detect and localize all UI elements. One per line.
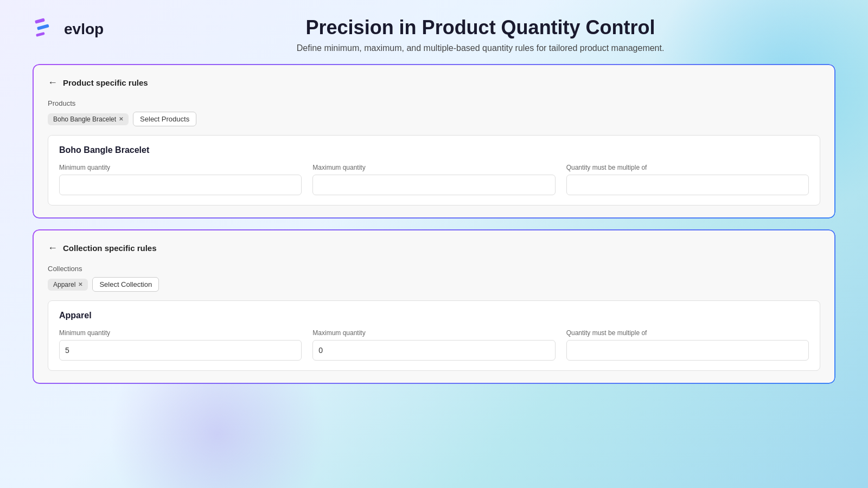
- cards-container: ← Product specific rules Products Boho B…: [33, 64, 835, 384]
- product-min-field-group: Minimum quantity: [59, 164, 302, 195]
- collection-tags-row: Apparel ✕ Select Collection: [48, 277, 820, 292]
- collection-multiple-field-group: Quantity must be multiple of: [566, 329, 809, 361]
- product-back-arrow[interactable]: ←: [48, 77, 58, 88]
- product-card-title: Product specific rules: [63, 78, 148, 87]
- product-min-input[interactable]: [59, 175, 302, 195]
- collection-section-label: Collections: [48, 265, 820, 273]
- product-multiple-field-group: Quantity must be multiple of: [566, 164, 809, 195]
- collection-min-input[interactable]: [59, 340, 302, 361]
- product-quantity-fields: Minimum quantity Maximum quantity Quanti…: [59, 164, 809, 195]
- select-collection-button[interactable]: Select Collection: [92, 277, 159, 292]
- product-detail-name: Boho Bangle Bracelet: [59, 145, 809, 155]
- product-multiple-label: Quantity must be multiple of: [566, 164, 809, 171]
- collection-multiple-input[interactable]: [566, 340, 809, 361]
- collection-tag-label: Apparel: [53, 281, 75, 288]
- header-content: Precision in Product Quantity Control De…: [125, 16, 835, 53]
- collection-min-field-group: Minimum quantity: [59, 329, 302, 361]
- logo: evlop: [33, 16, 104, 42]
- product-tag-close[interactable]: ✕: [119, 116, 123, 122]
- page-subtitle: Define minimum, maximum, and multiple-ba…: [125, 43, 835, 53]
- product-rules-card: ← Product specific rules Products Boho B…: [33, 64, 835, 219]
- collection-multiple-label: Quantity must be multiple of: [566, 329, 809, 337]
- product-tag-label: Boho Bangle Bracelet: [53, 115, 116, 123]
- collection-detail-name: Apparel: [59, 311, 809, 320]
- product-section-label: Products: [48, 99, 820, 107]
- page-title: Precision in Product Quantity Control: [125, 16, 835, 39]
- collection-card-title: Collection specific rules: [63, 243, 157, 253]
- product-multiple-input[interactable]: [566, 175, 809, 195]
- logo-text: evlop: [64, 21, 104, 38]
- svg-rect-0: [35, 18, 45, 23]
- collection-rules-card: ← Collection specific rules Collections …: [33, 229, 835, 384]
- product-tags-row: Boho Bangle Bracelet ✕ Select Products: [48, 112, 820, 126]
- collection-back-arrow[interactable]: ←: [48, 242, 58, 254]
- collection-max-input[interactable]: [312, 340, 555, 361]
- svg-rect-1: [37, 24, 49, 30]
- product-card-header: ← Product specific rules: [48, 77, 820, 88]
- collection-card-header: ← Collection specific rules: [48, 242, 820, 254]
- collection-detail-box: Apparel Minimum quantity Maximum quantit…: [48, 300, 820, 371]
- collection-min-label: Minimum quantity: [59, 329, 302, 337]
- product-tag: Boho Bangle Bracelet ✕: [48, 113, 129, 125]
- collection-tag: Apparel ✕: [48, 279, 88, 291]
- page-header: evlop Precision in Product Quantity Cont…: [33, 16, 835, 53]
- collection-max-label: Maximum quantity: [312, 329, 555, 337]
- logo-icon: [33, 16, 59, 42]
- product-min-label: Minimum quantity: [59, 164, 302, 171]
- collection-quantity-fields: Minimum quantity Maximum quantity Quanti…: [59, 329, 809, 361]
- collection-tag-close[interactable]: ✕: [78, 281, 82, 287]
- collection-max-field-group: Maximum quantity: [312, 329, 555, 361]
- svg-rect-2: [36, 32, 45, 37]
- product-detail-box: Boho Bangle Bracelet Minimum quantity Ma…: [48, 135, 820, 206]
- select-products-button[interactable]: Select Products: [133, 112, 196, 126]
- product-max-field-group: Maximum quantity: [312, 164, 555, 195]
- product-max-input[interactable]: [312, 175, 555, 195]
- product-max-label: Maximum quantity: [312, 164, 555, 171]
